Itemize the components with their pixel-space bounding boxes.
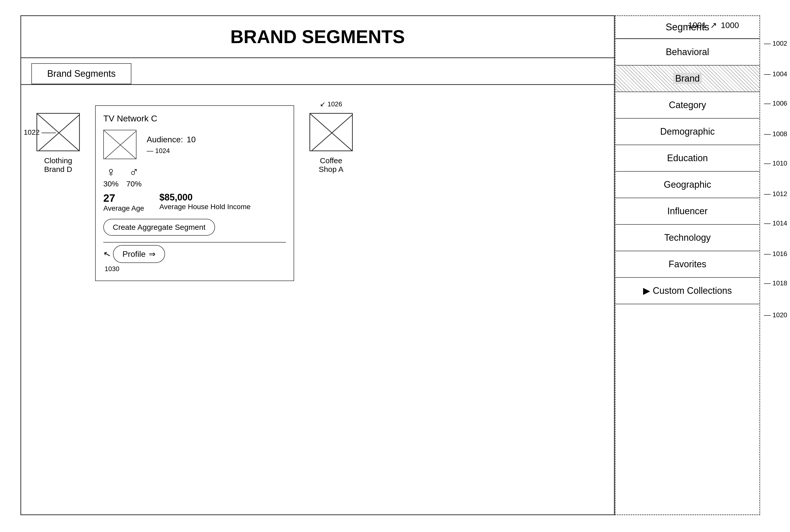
annotation-1001: 1001 — [688, 21, 706, 30]
male-icon: ♂ — [129, 164, 139, 179]
female-gender: ♀ 30% — [103, 164, 119, 188]
segment-custom-collections[interactable]: ▶ Custom Collections — [616, 278, 759, 304]
tv-network-card: TV Network C Audience: 10 — 1024 — [95, 105, 294, 281]
avg-age-value: 27 — [103, 192, 144, 204]
coffee-shop-icon — [309, 113, 353, 151]
avg-age-stat: 27 Average Age — [103, 192, 144, 212]
clothing-brand-label: ClothingBrand D — [44, 156, 72, 174]
annotation-1000: 1000 — [721, 21, 739, 30]
male-gender: ♂ 70% — [126, 164, 142, 188]
tv-network-name: TV Network C — [103, 113, 286, 124]
svg-line-0 — [37, 114, 79, 150]
coffee-shop-label: CoffeeShop A — [319, 156, 344, 174]
female-pct: 30% — [103, 179, 119, 188]
annotation-1026-arrow: ↙ 1026 — [320, 100, 342, 108]
avg-income-stat: $85,000 Average House Hold Income — [159, 192, 250, 212]
page-title: BRAND SEGMENTS — [21, 16, 614, 58]
tv-logo-annotation: — 1024 — [147, 147, 196, 155]
avg-age-label: Average Age — [103, 204, 144, 212]
cursor-icon: ↖ — [102, 248, 111, 260]
segment-behavioral[interactable]: Behavioral — [616, 39, 759, 65]
content-area: 1022 —— ClothingBrand D TV Network C — [21, 85, 614, 301]
annotation-1030: 1030 — [103, 265, 286, 273]
outer-annotation: 1001 ↗ 1000 — [688, 20, 739, 30]
tv-logo-box — [103, 130, 136, 159]
brand-segments-tab[interactable]: Brand Segments — [31, 63, 131, 84]
tab-bar: Brand Segments — [21, 58, 614, 85]
audience-label: Audience: — [147, 135, 183, 144]
segment-education[interactable]: Education — [616, 145, 759, 172]
create-aggregate-button[interactable]: Create Aggregate Segment — [103, 219, 215, 236]
profile-button[interactable]: Profile ⇒ — [113, 245, 165, 263]
segment-brand[interactable]: Brand — [616, 65, 759, 92]
avg-income-value: $85,000 — [159, 192, 250, 203]
custom-collections-icon: ▶ — [643, 285, 650, 296]
svg-line-4 — [310, 114, 352, 150]
corner-arrow-1: ↗ — [710, 20, 717, 30]
svg-line-2 — [104, 130, 136, 159]
clothing-brand-item: ClothingBrand D — [36, 113, 80, 174]
audience-value: 10 — [187, 135, 196, 144]
segment-demographic[interactable]: Demographic — [616, 119, 759, 145]
profile-arrow-icon: ⇒ — [149, 249, 156, 259]
segment-favorites[interactable]: Favorites — [616, 251, 759, 278]
clothing-brand-icon — [36, 113, 80, 151]
female-icon: ♀ — [106, 164, 116, 179]
segments-panel: Segments Behavioral Brand Category Demog… — [615, 15, 760, 515]
segment-influencer[interactable]: Influencer — [616, 198, 759, 225]
segment-category[interactable]: Category — [616, 92, 759, 119]
segment-technology[interactable]: Technology — [616, 225, 759, 251]
card-divider — [103, 242, 286, 243]
coffee-shop-item: ↙ 1026 CoffeeShop A — [309, 113, 353, 174]
avg-income-label: Average House Hold Income — [159, 203, 250, 211]
left-panel: BRAND SEGMENTS Brand Segments 1022 —— Cl… — [20, 15, 615, 515]
male-pct: 70% — [126, 179, 142, 188]
segment-geographic[interactable]: Geographic — [616, 172, 759, 198]
